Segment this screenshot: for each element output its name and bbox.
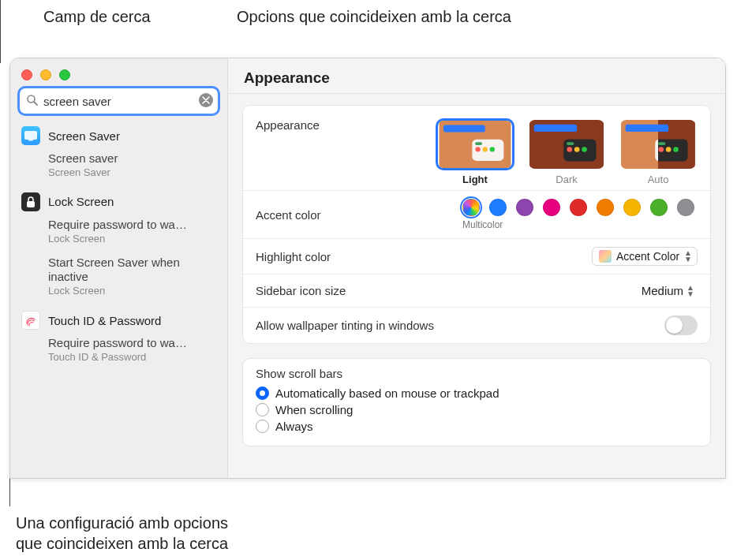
zoom-button[interactable] [59, 69, 70, 80]
search-results: Screen Saver Screen saver Screen Saver L… [10, 120, 227, 374]
svg-point-27 [666, 147, 672, 152]
search-result-item[interactable]: Require password to wa… Lock Screen [21, 215, 219, 246]
svg-rect-18 [534, 125, 577, 132]
svg-rect-3 [28, 140, 33, 140]
svg-point-28 [673, 147, 679, 152]
row-label: Accent color [256, 208, 321, 222]
accent-color-picker: Multicolor [462, 199, 698, 230]
callout-matching-options: Opcions que coincideixen amb la cerca [237, 8, 511, 26]
sidebar-item-lock-screen[interactable]: Lock Screen Require password to wa… Lock… [21, 189, 219, 298]
highlight-color-select[interactable]: Accent Color ▲▼ [592, 247, 698, 266]
svg-rect-14 [567, 142, 574, 145]
chevron-updown-icon: ▲▼ [684, 250, 692, 263]
close-button[interactable] [21, 69, 32, 80]
radio-icon [256, 420, 269, 433]
allow-tinting-toggle[interactable] [664, 315, 698, 335]
accent-swatch-orange[interactable] [597, 199, 614, 216]
mode-label: Dark [527, 174, 606, 185]
option-label: Always [275, 420, 313, 433]
callout-line [0, 32, 1, 63]
callout-setting-with-matches: Una configuració amb opcions que coincid… [16, 513, 228, 554]
radio-icon [256, 403, 269, 416]
search-icon [26, 94, 39, 106]
radio-icon [256, 386, 269, 400]
sidebar-item-label: Lock Screen [48, 195, 114, 208]
search-result-item[interactable]: Require password to wa… Touch ID & Passw… [21, 333, 219, 364]
sidebar-item-label: Touch ID & Password [48, 314, 161, 327]
page-title: Appearance [228, 58, 725, 94]
chevron-updown-icon: ▲▼ [686, 285, 694, 297]
panel-appearance: Appearance Light Dark [242, 105, 711, 344]
sidebar-item-screen-saver[interactable]: Screen Saver Screen saver Screen Saver [21, 123, 219, 180]
scrollbars-option-auto[interactable]: Automatically based on mouse or trackpad [256, 385, 698, 401]
sidebar-icon-size-select[interactable]: Medium ▲▼ [638, 282, 698, 299]
svg-rect-29 [626, 125, 668, 132]
accent-swatch-red[interactable] [570, 199, 587, 216]
callout-search-field: Camp de cerca [43, 8, 151, 26]
accent-swatch-purple[interactable] [516, 199, 533, 216]
minimize-button[interactable] [40, 69, 51, 80]
option-label: When scrolling [275, 403, 353, 416]
svg-rect-7 [475, 142, 482, 145]
svg-point-15 [567, 147, 572, 152]
settings-window: Screen Saver Screen saver Screen Saver L… [9, 58, 726, 479]
panel-scrollbars: Show scroll bars Automatically based on … [242, 358, 711, 446]
sidebar: Screen Saver Screen saver Screen Saver L… [10, 58, 228, 478]
svg-point-16 [574, 147, 580, 152]
row-label: Highlight color [256, 250, 331, 263]
main-content: Appearance Appearance Light [228, 58, 725, 478]
search-input[interactable] [20, 88, 218, 114]
accent-swatch-multicolor[interactable] [462, 199, 480, 216]
row-label: Allow wallpaper tinting in windows [256, 319, 434, 332]
appearance-mode-picker: Light Dark [436, 118, 698, 185]
svg-point-17 [582, 147, 587, 152]
row-label: Sidebar icon size [256, 284, 346, 297]
svg-rect-2 [24, 131, 37, 140]
callout-line [0, 0, 1, 32]
svg-point-9 [483, 147, 488, 151]
row-label: Show scroll bars [256, 367, 698, 380]
svg-rect-25 [658, 142, 665, 145]
svg-point-26 [658, 147, 664, 152]
appearance-mode-light[interactable]: Light [436, 118, 514, 185]
sidebar-item-label: Screen Saver [48, 129, 120, 143]
accent-swatch-green[interactable] [650, 199, 668, 216]
appearance-mode-dark[interactable]: Dark [527, 118, 606, 185]
fingerprint-icon [21, 311, 40, 330]
accent-swatch-pink[interactable] [543, 199, 560, 216]
search-result-item[interactable]: Screen saver Screen Saver [21, 148, 219, 180]
accent-swatch-graphite[interactable] [677, 199, 694, 216]
option-label: Automatically based on mouse or trackpad [275, 386, 499, 400]
clear-search-button[interactable] [199, 93, 213, 107]
svg-rect-4 [27, 201, 35, 207]
row-label: Appearance [256, 118, 320, 132]
accent-swatch-yellow[interactable] [623, 199, 641, 216]
lock-icon [21, 192, 40, 211]
sidebar-item-touchid[interactable]: Touch ID & Password Require password to … [21, 308, 219, 364]
sidebar-icon-size-value: Medium [642, 284, 683, 297]
svg-rect-11 [443, 125, 485, 132]
svg-line-1 [34, 102, 37, 105]
accent-selected-label: Multicolor [462, 219, 698, 230]
appearance-mode-auto[interactable]: Auto [619, 118, 698, 185]
screensaver-icon [21, 126, 40, 145]
scrollbars-option-when-scrolling[interactable]: When scrolling [256, 401, 698, 418]
highlight-color-value: Accent Color [616, 250, 679, 263]
search-result-item[interactable]: Start Screen Saver when inactive Lock Sc… [21, 252, 219, 299]
mode-label: Auto [619, 174, 698, 185]
mode-label: Light [436, 174, 514, 185]
highlight-swatch-icon [599, 250, 612, 263]
svg-point-10 [490, 147, 495, 151]
accent-swatch-blue[interactable] [489, 199, 507, 216]
scrollbars-option-always[interactable]: Always [256, 418, 698, 435]
window-controls [10, 58, 227, 88]
search-field-wrapper [20, 88, 218, 114]
svg-point-8 [475, 147, 480, 151]
